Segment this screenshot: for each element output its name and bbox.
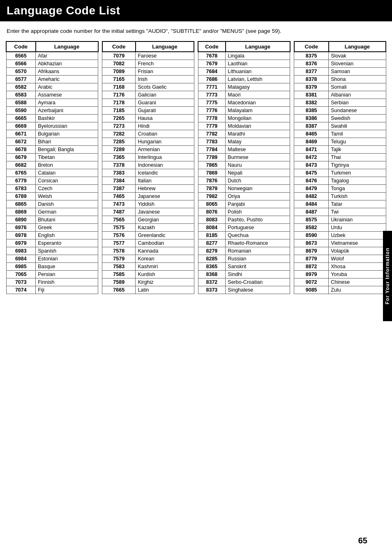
language-code: 7579 <box>102 255 136 263</box>
language-code: 8473 <box>294 161 329 169</box>
table-row: 7771Malagasy <box>198 83 290 91</box>
language-name: Tigrinya <box>329 161 386 169</box>
language-name: Dutch <box>226 177 290 185</box>
language-name: Malagasy <box>226 83 290 91</box>
language-code: 8076 <box>198 208 226 216</box>
language-name: Wolof <box>329 255 386 263</box>
language-name: Bhutani <box>36 216 98 224</box>
table-row: 7378Indonesian <box>102 161 194 169</box>
table-row: 8279Romanian <box>198 247 290 255</box>
language-name: French <box>136 60 194 68</box>
language-name: Afrikaans <box>36 68 98 76</box>
language-code: 7678 <box>198 52 226 60</box>
language-name: Latin <box>136 286 194 294</box>
table-row: 7073Finnish <box>6 278 98 286</box>
language-code: 7577 <box>102 239 136 247</box>
language-code: 7176 <box>102 91 136 99</box>
language-code: 7782 <box>198 130 226 138</box>
language-name: Welsh <box>36 193 98 200</box>
language-name: Tajik <box>329 146 386 154</box>
table-row: 7575Kazakh <box>102 224 194 232</box>
language-code: 8779 <box>294 255 329 263</box>
tables-wrapper: CodeLanguage6565Afar6566Abkhazian6570Afr… <box>0 41 392 294</box>
language-name: Swahili <box>329 122 386 130</box>
language-code: 8575 <box>294 216 329 224</box>
table-row: 6779Corsican <box>6 177 98 185</box>
language-name: Azerbaijani <box>36 107 98 115</box>
language-code: 7185 <box>102 107 136 115</box>
language-name: Malay <box>226 138 290 146</box>
language-name: Zulu <box>329 286 386 294</box>
table-row: 7775Macedonian <box>198 99 290 107</box>
language-code: 7289 <box>102 146 136 154</box>
language-code: 7575 <box>102 224 136 232</box>
language-code: 8679 <box>294 247 329 255</box>
language-code: 7074 <box>6 286 36 294</box>
language-name: Hindi <box>136 122 194 130</box>
language-name: Quechua <box>226 232 290 239</box>
col-header-language: Language <box>226 41 290 52</box>
language-name: Armenian <box>136 146 194 154</box>
language-name: Cambodian <box>136 239 194 247</box>
language-code: 6978 <box>6 232 36 239</box>
table-row: 8065Panjabi <box>198 200 290 208</box>
table-row: 7876Dutch <box>198 177 290 185</box>
language-code: 7465 <box>102 193 136 200</box>
intro-text: Enter the appropriate code number for th… <box>0 27 392 41</box>
table-row: 8476Tagalog <box>294 177 386 185</box>
language-name: Russian <box>226 255 290 263</box>
table-row: 7365Interlingua <box>102 154 194 161</box>
language-name: Irish <box>136 76 194 83</box>
language-code: 7679 <box>198 60 226 68</box>
table-row: 7465Japanese <box>102 193 194 200</box>
table-row: 8484Tatar <box>294 200 386 208</box>
table-row: 6565Afar <box>6 52 98 60</box>
language-code: 6976 <box>6 224 36 232</box>
table-row: 8487Twi <box>294 208 386 216</box>
language-code: 8381 <box>294 91 329 99</box>
table-row: 8575Ukrainian <box>294 216 386 224</box>
table-row: 6669Byelorussian <box>6 122 98 130</box>
table-row: 8365Sanskrit <box>198 263 290 271</box>
language-code: 6671 <box>6 130 36 138</box>
table-row: 9072Chinese <box>294 278 386 286</box>
language-name: Serbian <box>329 99 386 107</box>
table-row: 7679Laothian <box>198 60 290 68</box>
table-row: 6783Czech <box>6 185 98 193</box>
language-code: 7865 <box>198 161 226 169</box>
language-name: Oriya <box>226 193 290 200</box>
language-name: Scots Gaelic <box>136 83 194 91</box>
table-row: 6672Bihari <box>6 138 98 146</box>
table-row: 7082French <box>102 60 194 68</box>
table-row: 6985Basque <box>6 263 98 271</box>
language-code: 7583 <box>102 263 136 271</box>
table-row: 7779Moldavian <box>198 122 290 130</box>
language-code: 7473 <box>102 200 136 208</box>
language-name: Kirghiz <box>136 278 194 286</box>
language-name: Kannada <box>136 247 194 255</box>
language-code: 6679 <box>6 154 36 161</box>
language-name: Shona <box>329 76 386 83</box>
language-name: Latvian, Lettish <box>226 76 290 83</box>
language-code: 6765 <box>6 169 36 177</box>
language-code: 7082 <box>102 60 136 68</box>
language-name: Aymara <box>36 99 98 107</box>
table-row: 8375Slovak <box>294 52 386 60</box>
language-code: 6570 <box>6 68 36 76</box>
language-name: Persian <box>36 271 98 278</box>
table-row: 6566Abkhazian <box>6 60 98 68</box>
page-title: Language Code List <box>7 4 385 17</box>
table-row: 7178Guarani <box>102 99 194 107</box>
language-code: 7778 <box>198 115 226 122</box>
table-row: 6983Spanish <box>6 247 98 255</box>
table-row: 8475Turkmen <box>294 169 386 177</box>
language-code: 7879 <box>198 185 226 193</box>
table-row: 7879Norwegian <box>198 185 290 193</box>
table-row: 7773Maori <box>198 91 290 99</box>
language-table-1: CodeLanguage6565Afar6566Abkhazian6570Afr… <box>6 41 99 294</box>
language-code: 7065 <box>6 271 36 278</box>
language-name: Nepali <box>226 169 290 177</box>
language-code: 8376 <box>294 60 329 68</box>
language-code: 7578 <box>102 247 136 255</box>
table-row: 7065Persian <box>6 271 98 278</box>
